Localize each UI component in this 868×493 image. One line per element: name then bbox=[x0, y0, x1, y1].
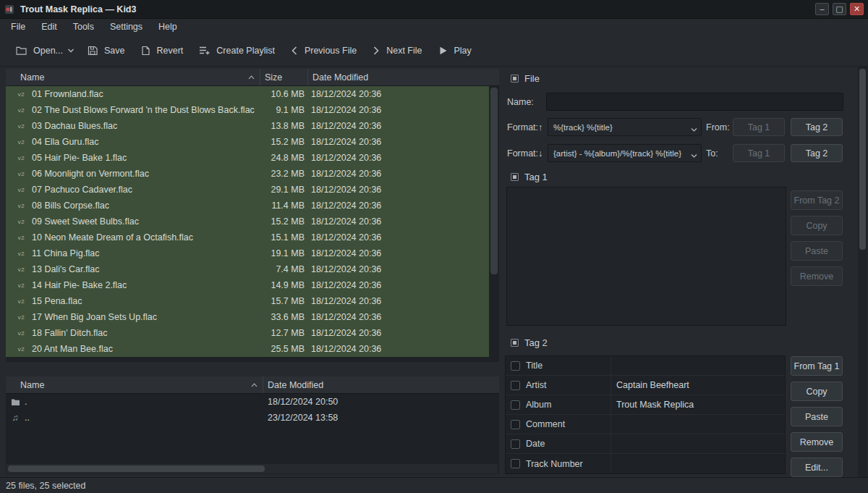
filename-label: Name: bbox=[507, 97, 534, 107]
field-value[interactable]: Captain Beefheart bbox=[611, 380, 785, 390]
play-button[interactable]: Play bbox=[433, 41, 477, 60]
tag1-from-tag-2-button[interactable]: From Tag 2 bbox=[791, 190, 843, 210]
file-row[interactable]: v2 02 The Dust Blows Forward 'n the Dust… bbox=[6, 102, 489, 118]
field-checkbox[interactable] bbox=[511, 459, 520, 468]
horizontal-scrollbar-thumb[interactable] bbox=[8, 465, 265, 472]
close-button[interactable]: ✕ bbox=[850, 3, 864, 15]
file-row[interactable]: v2 05 Hair Pie- Bake 1.flac 24.8 MB 18/1… bbox=[6, 150, 489, 166]
tag1-section-toggle-icon[interactable] bbox=[511, 173, 519, 181]
next-file-button[interactable]: Next File bbox=[367, 41, 427, 60]
file-row[interactable]: v2 08 Bills Corpse.flac 11.4 MB 18/12/20… bbox=[6, 198, 489, 214]
tag2-from-tag-1-button[interactable]: From Tag 1 bbox=[791, 356, 843, 376]
dir-column-modified[interactable]: Date Modified bbox=[263, 376, 499, 393]
field-label: Album bbox=[526, 400, 551, 410]
tag2-section-toggle-icon[interactable] bbox=[511, 339, 519, 347]
maximize-button[interactable]: ▢ bbox=[833, 3, 846, 15]
file-list-scrollbar[interactable] bbox=[489, 86, 499, 362]
chevron-left-icon bbox=[291, 46, 298, 56]
format-up-combobox[interactable]: %{track} %{title} bbox=[548, 118, 702, 136]
file-column-size[interactable]: Size bbox=[260, 69, 308, 85]
tag2-section-header[interactable]: Tag 2 bbox=[511, 337, 548, 348]
tag2-remove-button[interactable]: Remove bbox=[791, 432, 843, 452]
file-column-name[interactable]: Name bbox=[6, 69, 260, 85]
previous-file-button[interactable]: Previous File bbox=[285, 41, 362, 60]
sort-ascending-icon bbox=[248, 75, 255, 80]
panel-scrollbar-thumb[interactable] bbox=[859, 69, 866, 250]
tag-version-icon: v2 bbox=[16, 139, 27, 146]
from-tag2-button[interactable]: Tag 2 bbox=[791, 118, 843, 136]
revert-button[interactable]: Revert bbox=[135, 41, 190, 60]
file-row[interactable]: v2 13 Dali's Car.flac 7.4 MB 18/12/2024 … bbox=[6, 261, 489, 277]
menu-item-tools[interactable]: Tools bbox=[65, 20, 102, 33]
tag1-paste-button[interactable]: Paste bbox=[791, 241, 843, 261]
tag2-paste-button[interactable]: Paste bbox=[791, 407, 843, 426]
directory-row[interactable]: . 18/12/2024 20:50 bbox=[6, 394, 499, 410]
open-button[interactable]: Open... bbox=[10, 41, 69, 60]
file-name: 07 Pachuco Cadaver.flac bbox=[32, 185, 132, 195]
open-dropdown-chevron-icon[interactable] bbox=[67, 43, 77, 58]
filename-input[interactable] bbox=[546, 93, 843, 111]
field-value[interactable]: Trout Mask Replica bbox=[611, 400, 785, 410]
field-checkbox[interactable] bbox=[511, 361, 520, 371]
tag1-section-header[interactable]: Tag 1 bbox=[511, 172, 548, 182]
to-tag1-button[interactable]: Tag 1 bbox=[733, 144, 785, 162]
file-name-cell: v2 18 Fallin' Ditch.flac bbox=[6, 328, 260, 338]
file-column-size-label: Size bbox=[265, 72, 282, 83]
file-row[interactable]: v2 15 Pena.flac 15.7 MB 18/12/2024 20:36 bbox=[6, 293, 489, 309]
file-row[interactable]: v2 09 Sweet Sweet Bulbs.flac 15.2 MB 18/… bbox=[6, 214, 489, 229]
menu-bar: FileEditToolsSettingsHelp bbox=[0, 19, 868, 35]
file-section-toggle-icon[interactable] bbox=[511, 75, 519, 83]
field-label: Track Number bbox=[526, 459, 583, 469]
file-row[interactable]: v2 18 Fallin' Ditch.flac 12.7 MB 18/12/2… bbox=[6, 325, 489, 341]
menu-item-file[interactable]: File bbox=[3, 20, 33, 33]
tag1-remove-button[interactable]: Remove bbox=[791, 266, 843, 286]
horizontal-scrollbar[interactable] bbox=[7, 464, 498, 473]
field-checkbox[interactable] bbox=[511, 439, 520, 449]
tag2-edit-button[interactable]: Edit... bbox=[791, 458, 843, 477]
menu-item-settings[interactable]: Settings bbox=[102, 20, 150, 33]
tag2-field-label-cell: Title bbox=[506, 356, 611, 375]
file-section-header[interactable]: File bbox=[511, 73, 540, 84]
file-name: 17 When Big Joan Sets Up.flac bbox=[32, 312, 157, 322]
file-row[interactable]: v2 07 Pachuco Cadaver.flac 29.1 MB 18/12… bbox=[6, 182, 489, 198]
dir-column-name[interactable]: Name bbox=[6, 376, 263, 393]
create-playlist-button[interactable]: Create Playlist bbox=[193, 41, 281, 60]
field-checkbox[interactable] bbox=[511, 400, 520, 410]
tag1-copy-button[interactable]: Copy bbox=[791, 216, 843, 235]
create-playlist-button-label: Create Playlist bbox=[216, 46, 275, 56]
to-tag2-button[interactable]: Tag 2 bbox=[791, 144, 843, 162]
file-name-cell: v2 02 The Dust Blows Forward 'n the Dust… bbox=[6, 105, 260, 115]
directory-row[interactable]: ♫ .. 23/12/2024 13:58 bbox=[6, 410, 499, 426]
app-icon bbox=[4, 4, 14, 14]
file-row[interactable]: v2 04 Ella Guru.flac 15.2 MB 18/12/2024 … bbox=[6, 134, 489, 150]
field-checkbox[interactable] bbox=[511, 420, 520, 429]
file-row[interactable]: v2 03 Dachau Blues.flac 13.8 MB 18/12/20… bbox=[6, 118, 489, 134]
file-row[interactable]: v2 17 When Big Joan Sets Up.flac 33.6 MB… bbox=[6, 309, 489, 325]
from-tag1-button[interactable]: Tag 1 bbox=[733, 118, 785, 136]
file-modified: 18/12/2024 20:36 bbox=[308, 216, 489, 227]
file-row[interactable]: v2 11 China Pig.flac 19.1 MB 18/12/2024 … bbox=[6, 245, 489, 261]
tag2-field-label-cell: Artist bbox=[506, 376, 611, 395]
file-row[interactable]: v2 10 Neon Meate Dream of a Octafish.fla… bbox=[6, 229, 489, 245]
file-row[interactable]: v2 20 Ant Man Bee.flac 25.5 MB 18/12/202… bbox=[6, 341, 489, 357]
minimize-button[interactable]: – bbox=[815, 3, 829, 15]
file-row[interactable]: v2 14 Hair Pie- Bake 2.flac 14.9 MB 18/1… bbox=[6, 277, 489, 293]
tag-version-icon: v2 bbox=[16, 235, 27, 241]
file-modified: 18/12/2024 20:36 bbox=[308, 121, 489, 131]
tag2-copy-button[interactable]: Copy bbox=[791, 382, 843, 401]
file-list-scrollbar-thumb[interactable] bbox=[490, 88, 498, 274]
field-checkbox[interactable] bbox=[511, 381, 520, 390]
menu-item-help[interactable]: Help bbox=[150, 20, 185, 33]
format-down-combobox[interactable]: {artist} - %{album}/%{track} %{title} bbox=[548, 144, 702, 162]
panel-scrollbar[interactable] bbox=[858, 67, 867, 477]
file-row[interactable]: v2 01 Frownland.flac 10.6 MB 18/12/2024 … bbox=[6, 86, 489, 102]
titlebar[interactable]: Trout Mask Replica — Kid3 – ▢ ✕ bbox=[0, 0, 868, 19]
file-size: 15.2 MB bbox=[260, 137, 308, 147]
file-name: 03 Dachau Blues.flac bbox=[32, 121, 117, 131]
tag-panel: File Name: Format:↑ %{track} %{title} Fr… bbox=[505, 67, 845, 493]
file-column-modified[interactable]: Date Modified bbox=[308, 69, 499, 85]
menu-item-edit[interactable]: Edit bbox=[33, 20, 65, 33]
combo-chevron-down-icon bbox=[691, 151, 697, 160]
save-button[interactable]: Save bbox=[82, 41, 131, 60]
file-row[interactable]: v2 06 Moonlight on Vermont.flac 23.2 MB … bbox=[6, 166, 489, 182]
